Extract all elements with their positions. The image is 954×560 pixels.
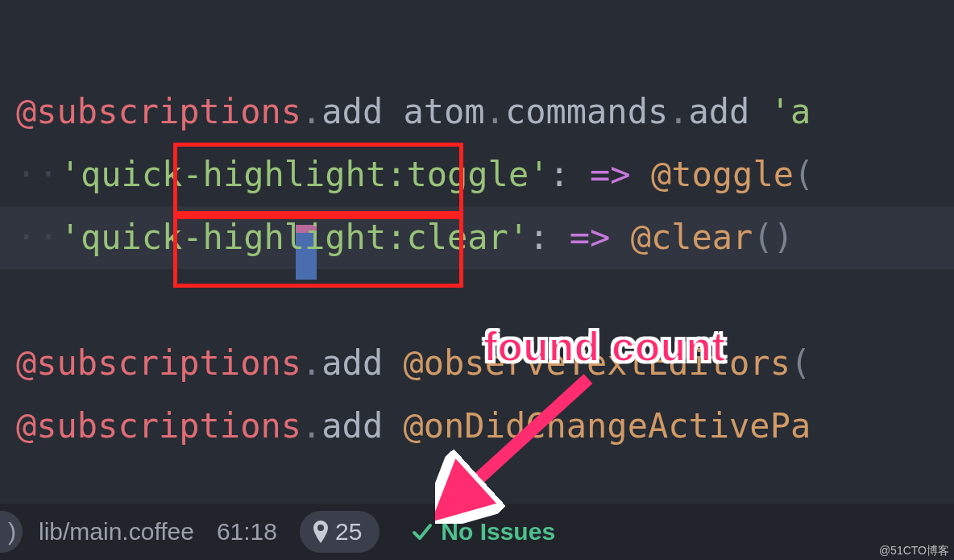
watermark: @51CTO博客 [879, 544, 949, 558]
file-path[interactable]: lib/main.coffee [39, 518, 194, 545]
identifier: subscriptions [36, 92, 301, 131]
code-line-empty [0, 269, 954, 332]
check-icon [412, 521, 433, 542]
svg-point-3 [317, 525, 324, 531]
status-bar: ) lib/main.coffee 61:18 25 No Issues [0, 504, 954, 560]
code-line: @subscriptions.add @observeTextEditors( [0, 332, 954, 395]
cursor-position[interactable]: 61:18 [217, 518, 277, 545]
pin-icon [311, 519, 330, 545]
code-editor[interactable]: @subscriptions.add atom.commands.add 'a … [0, 0, 954, 504]
code-line: ··'quick-highlight:toggle': => @toggle( [0, 143, 954, 206]
annotation-label: found count [483, 322, 725, 371]
found-count-value: 25 [335, 518, 362, 545]
at-sign: @ [16, 92, 36, 131]
code-line-current: ··'quick-highlight:clear': => @clear() [0, 206, 954, 269]
no-issues-indicator[interactable]: No Issues [412, 518, 555, 545]
code-line: @subscriptions.add @onDidChangeActivePa [0, 395, 954, 458]
found-count-pill[interactable]: 25 [300, 511, 380, 553]
status-edge[interactable]: ) [0, 511, 23, 553]
code-line: @subscriptions.add atom.commands.add 'a [0, 81, 954, 143]
